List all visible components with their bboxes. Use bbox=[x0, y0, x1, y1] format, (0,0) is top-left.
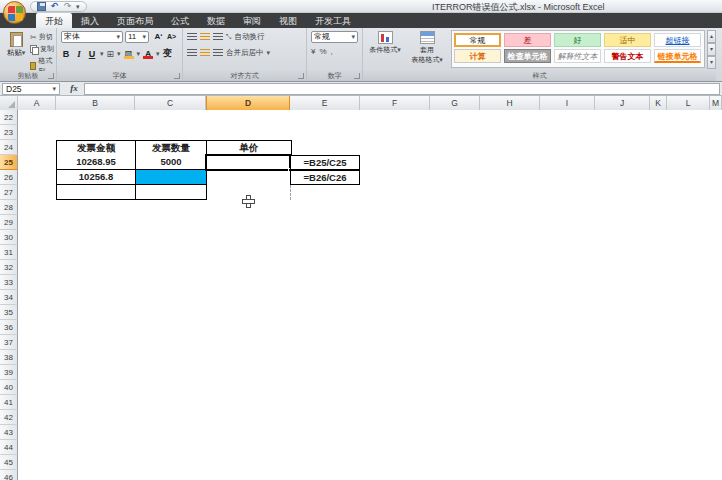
qat-customize-icon[interactable]: ▾ bbox=[76, 3, 80, 11]
row-header-29[interactable]: 29 bbox=[0, 215, 18, 230]
underline-dropdown-icon[interactable]: ▾ bbox=[100, 50, 104, 58]
font-name-select[interactable]: 宋体▾ bbox=[61, 31, 123, 43]
underline-button[interactable]: U bbox=[87, 49, 97, 59]
conditional-formatting-button[interactable]: 条件格式▾ bbox=[365, 30, 405, 70]
cell-style-常规[interactable]: 常规 bbox=[454, 33, 501, 47]
align-middle-icon[interactable] bbox=[200, 33, 210, 42]
column-header-A[interactable]: A bbox=[18, 96, 56, 110]
comma-format-button[interactable]: , bbox=[331, 47, 333, 56]
merge-center-button[interactable]: 合并后居中 bbox=[226, 48, 264, 58]
formula-input[interactable] bbox=[84, 83, 720, 95]
row-header-23[interactable]: 23 bbox=[0, 125, 18, 140]
gallery-scroll-down-icon[interactable]: ▾ bbox=[707, 43, 716, 56]
select-all-corner[interactable] bbox=[0, 96, 18, 110]
insert-function-button[interactable]: fx bbox=[66, 83, 82, 95]
ribbon-tab-插入[interactable]: 插入 bbox=[72, 13, 108, 28]
align-left-icon[interactable] bbox=[187, 49, 197, 58]
align-bottom-icon[interactable] bbox=[213, 33, 223, 42]
grow-font-button[interactable]: Aʻ bbox=[152, 31, 165, 43]
office-button[interactable] bbox=[3, 1, 26, 24]
cell-style-检查单元格[interactable]: 检查单元格 bbox=[504, 49, 551, 63]
format-as-table-button[interactable]: 套用 表格格式▾ bbox=[407, 30, 447, 70]
column-header-F[interactable]: F bbox=[360, 96, 430, 110]
row-header-31[interactable]: 31 bbox=[0, 245, 18, 260]
wrap-text-button[interactable]: 自动换行 bbox=[235, 32, 265, 42]
cell-B26[interactable]: 10256.8 bbox=[57, 170, 136, 185]
redo-icon[interactable]: ↷ bbox=[63, 2, 72, 11]
row-header-40[interactable]: 40 bbox=[0, 380, 18, 395]
row-header-28[interactable]: 28 bbox=[0, 200, 18, 215]
fill-color-dropdown-icon[interactable]: ▾ bbox=[137, 50, 141, 58]
shrink-font-button[interactable]: A˃ bbox=[165, 31, 178, 43]
row-header-35[interactable]: 35 bbox=[0, 305, 18, 320]
merge-center-dropdown-icon[interactable]: ▾ bbox=[267, 49, 271, 57]
cell-style-差[interactable]: 差 bbox=[504, 33, 551, 47]
row-header-32[interactable]: 32 bbox=[0, 260, 18, 275]
cell-style-链接单元格[interactable]: 链接单元格 bbox=[654, 49, 701, 63]
column-header-J[interactable]: J bbox=[595, 96, 650, 110]
cell-style-适中[interactable]: 适中 bbox=[604, 33, 651, 47]
bold-button[interactable]: B bbox=[61, 49, 71, 59]
cell-B25[interactable]: 10268.95 bbox=[57, 155, 136, 170]
row-header-36[interactable]: 36 bbox=[0, 320, 18, 335]
column-header-E[interactable]: E bbox=[290, 96, 360, 110]
row-header-42[interactable]: 42 bbox=[0, 410, 18, 425]
gallery-scroll-up-icon[interactable]: ▴ bbox=[707, 30, 716, 43]
ribbon-tab-开发工具[interactable]: 开发工具 bbox=[306, 13, 360, 28]
cell-style-计算[interactable]: 计算 bbox=[454, 49, 501, 63]
ribbon-tab-数据[interactable]: 数据 bbox=[198, 13, 234, 28]
font-color-dropdown-icon[interactable]: ▾ bbox=[156, 50, 160, 58]
row-header-25[interactable]: 25 bbox=[0, 155, 18, 170]
cell-style-好[interactable]: 好 bbox=[554, 33, 601, 47]
column-header-K[interactable]: K bbox=[650, 96, 667, 110]
row-header-26[interactable]: 26 bbox=[0, 170, 18, 185]
cell-B27[interactable] bbox=[57, 185, 136, 200]
cell-D25-selected[interactable] bbox=[205, 154, 291, 171]
row-header-39[interactable]: 39 bbox=[0, 365, 18, 380]
fill-color-button[interactable]: ▧ bbox=[124, 49, 134, 58]
copy-button[interactable]: 复制 bbox=[30, 44, 56, 54]
paste-button[interactable]: 粘贴▾ bbox=[4, 31, 28, 70]
column-header-I[interactable]: I bbox=[540, 96, 595, 110]
cut-button[interactable]: ✂剪切 bbox=[30, 32, 56, 42]
font-name-dropdown-icon[interactable]: ▾ bbox=[116, 32, 120, 42]
column-header-C[interactable]: C bbox=[135, 96, 206, 110]
cell-C24[interactable]: 发票数量 bbox=[136, 141, 207, 155]
worksheet-grid[interactable]: 2223242526272829303132333435363738394041… bbox=[0, 110, 722, 480]
formula-label-E25[interactable]: =B25/C25 bbox=[290, 155, 360, 170]
column-header-G[interactable]: G bbox=[430, 96, 480, 110]
phonetic-button[interactable]: 变 bbox=[163, 47, 173, 60]
font-size-dropdown-icon[interactable]: ▾ bbox=[142, 32, 146, 42]
clipboard-dialog-launcher[interactable] bbox=[48, 73, 54, 79]
font-color-button[interactable]: A bbox=[143, 49, 153, 58]
column-header-B[interactable]: B bbox=[56, 96, 135, 110]
row-header-37[interactable]: 37 bbox=[0, 335, 18, 350]
align-top-icon[interactable] bbox=[187, 33, 197, 42]
ribbon-tab-视图[interactable]: 视图 bbox=[270, 13, 306, 28]
cell-C27[interactable] bbox=[136, 185, 207, 200]
gallery-more-icon[interactable]: ▾ bbox=[707, 56, 716, 69]
cell-style-警告文本[interactable]: 警告文本 bbox=[604, 49, 651, 63]
row-header-45[interactable]: 45 bbox=[0, 455, 18, 470]
column-header-L[interactable]: L bbox=[667, 96, 710, 110]
percent-format-button[interactable]: % bbox=[319, 47, 326, 56]
row-header-41[interactable]: 41 bbox=[0, 395, 18, 410]
ribbon-tab-审阅[interactable]: 审阅 bbox=[234, 13, 270, 28]
formula-label-E26[interactable]: =B26/C26 bbox=[290, 170, 360, 185]
cell-C25[interactable]: 5000 bbox=[136, 155, 207, 170]
currency-format-button[interactable]: ¥ bbox=[311, 47, 315, 56]
row-header-34[interactable]: 34 bbox=[0, 290, 18, 305]
number-format-dropdown-icon[interactable]: ▾ bbox=[351, 32, 355, 42]
row-header-22[interactable]: 22 bbox=[0, 110, 18, 125]
column-header-D[interactable]: D bbox=[206, 96, 290, 110]
cell-style-解释性文本[interactable]: 解释性文本 bbox=[554, 49, 601, 63]
cell-B24[interactable]: 发票金额 bbox=[57, 141, 136, 155]
name-box[interactable]: D25 ▾ bbox=[2, 83, 60, 95]
alignment-dialog-launcher[interactable] bbox=[298, 73, 304, 79]
row-header-46[interactable]: 46 bbox=[0, 470, 18, 480]
row-header-24[interactable]: 24 bbox=[0, 140, 18, 155]
number-format-select[interactable]: 常规▾ bbox=[311, 31, 358, 43]
font-size-select[interactable]: 11▾ bbox=[125, 31, 149, 43]
row-header-38[interactable]: 38 bbox=[0, 350, 18, 365]
row-header-27[interactable]: 27 bbox=[0, 185, 18, 200]
